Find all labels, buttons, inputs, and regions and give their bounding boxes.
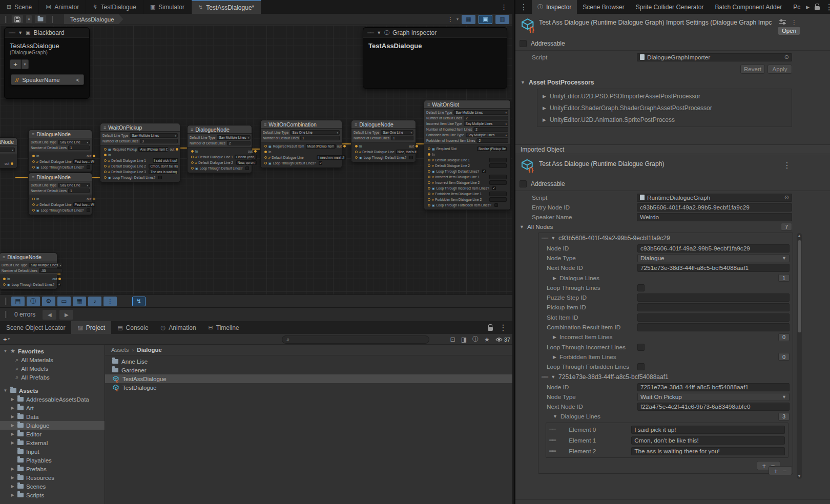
port[interactable] [32, 166, 35, 169]
project-search[interactable]: ⌕ [282, 335, 429, 344]
graph-canvas[interactable]: ══ ▼ ▣ Blackboard TestAssDialogue (Dialo… [0, 25, 512, 295]
dialogue-line-field[interactable] [489, 197, 507, 202]
tab-testdialogue[interactable]: ↯TestDialogue [86, 0, 143, 14]
node-entry-header[interactable]: ══ ▼ 7251e73e-38d3-44ff-a8c5-bcf54088aaf… [538, 372, 793, 382]
loop-forbidden-checkbox[interactable] [637, 363, 645, 370]
line-count-field[interactable]: 3 [140, 139, 178, 143]
blackboard-field-speakername[interactable]: // SpeakerName < [11, 74, 84, 85]
apply-button[interactable]: Apply [767, 65, 792, 74]
element-value-field[interactable]: Cmon, don't be like this! [631, 436, 785, 445]
favorites-star-icon[interactable]: ★ [484, 336, 490, 343]
line-count-field[interactable]: -55 [39, 268, 63, 273]
expand-icon[interactable]: < [76, 77, 79, 83]
tree-folder-editor[interactable]: ▶Editor [0, 430, 105, 438]
tree-assets-root[interactable]: ▼Assets [0, 386, 105, 395]
tab-simulator[interactable]: ▣Simulator [143, 0, 192, 14]
tab-batch-component-adder[interactable]: Batch Component Adder [709, 0, 787, 14]
graph-inspector-header[interactable]: ══ ▼ ⓘ Graph Inspector [363, 28, 507, 38]
layout-button[interactable]: ▦ [73, 297, 86, 306]
port[interactable] [428, 187, 430, 190]
tree-folder-external[interactable]: ▶External [0, 438, 105, 447]
foldout-caret-icon[interactable]: ▶ [10, 423, 15, 428]
tab-overflow[interactable]: Pc [787, 0, 806, 14]
all-nodes-foldout[interactable]: ▼ All Nodes 7 [515, 222, 830, 232]
dialogue-line-field[interactable]: Psst boy... W [73, 159, 96, 164]
foldout-caret-icon[interactable]: ▶ [10, 493, 15, 497]
tab-inspector[interactable]: ⓘInspector [532, 0, 577, 14]
out-port[interactable] [176, 148, 178, 151]
line-type-dropdown[interactable]: Say Multiple Lines [217, 135, 251, 140]
audio-button[interactable]: ♪ [88, 297, 101, 306]
kebab-menu-icon[interactable]: ⋮ [515, 0, 532, 14]
port[interactable] [104, 176, 107, 179]
foldout-caret-icon[interactable]: ▶ [10, 432, 15, 436]
script-object-field[interactable]: DialogueGraphImporter⊙ [637, 53, 792, 61]
dialogue-line-field[interactable]: Cmon, don't be like this! [149, 164, 178, 169]
in-port[interactable] [264, 151, 267, 153]
graph-inspector-toggle-button[interactable]: ▥ [495, 15, 509, 24]
port[interactable] [3, 283, 6, 286]
all-nodes-count-badge[interactable]: 7 [781, 223, 792, 230]
dialogue-line-field[interactable] [489, 180, 507, 185]
puzzle-step-id-field[interactable] [637, 293, 790, 302]
tree-folder-scenes[interactable]: ▶Scenes [0, 482, 105, 491]
port[interactable] [191, 161, 194, 164]
port[interactable] [264, 156, 267, 159]
port[interactable] [428, 181, 430, 184]
out-port[interactable] [254, 150, 257, 153]
settings-button[interactable]: ⚙ [42, 297, 55, 306]
dialogue-line-field[interactable]: Now, go on, [236, 160, 257, 165]
line-type-dropdown[interactable]: Say Multiple Lines [29, 263, 63, 267]
tree-folder-data[interactable]: ▶Data [0, 412, 105, 421]
tree-all-materials[interactable]: ⌕All Materials [0, 355, 105, 364]
port[interactable] [355, 156, 358, 159]
kebab-menu-icon[interactable]: ⋮ [783, 160, 791, 170]
tree-folder-prefabs[interactable]: ▶Prefabs [0, 465, 105, 473]
port[interactable] [191, 167, 194, 170]
open-button[interactable]: Open [778, 26, 800, 35]
node-id-field[interactable]: 7251e73e-38d3-44ff-a8c5-bcf54088aaf1 [637, 383, 790, 391]
line-count-field[interactable]: 1 [68, 188, 90, 193]
port[interactable] [428, 159, 430, 161]
tab-sprite-collider-generator[interactable]: Sprite Collider Generator [630, 0, 710, 14]
loop-incorrect-checkbox[interactable] [637, 344, 645, 351]
node-dialogue-3[interactable]: ≡DialogueNode Default Line TypeSay Multi… [187, 125, 252, 173]
in-port[interactable] [355, 145, 358, 148]
out-port[interactable] [93, 198, 95, 200]
element-value-field[interactable]: The ass is waiting there for you! [631, 447, 785, 455]
node-dialogue-2[interactable]: ≡DialogueNode Default Line TypeSay One L… [28, 173, 92, 215]
lock-icon[interactable] [488, 327, 493, 331]
graph-inspector-panel[interactable]: ══ ▼ ⓘ Graph Inspector TestAssDialogue [363, 27, 507, 89]
inspector-scrollbar[interactable]: ▲ ▼ [797, 233, 802, 479]
search-saved-icon[interactable]: ⊡ [450, 336, 455, 343]
tree-folder-addressableassetsdata[interactable]: ▶AddressableAssetsData [0, 395, 105, 404]
file-row-anne-lise[interactable]: Anne Lise [105, 357, 512, 366]
loop-checkbox[interactable]: ✓ [482, 170, 486, 173]
next-error-button[interactable]: ▶ [59, 310, 73, 320]
loop-checkbox[interactable] [494, 203, 498, 207]
dialogue-line-field[interactable]: I need my meat :) [317, 155, 346, 160]
foldout-caret-icon[interactable]: ▶ [10, 467, 15, 471]
port[interactable] [428, 204, 430, 206]
port[interactable] [104, 148, 107, 151]
node-wait-on-pickup[interactable]: ≡WaitOnPickup Default Line TypeSay Multi… [100, 123, 180, 182]
line-type-dropdown[interactable] [0, 148, 15, 152]
combination-result-id-field[interactable] [637, 323, 790, 331]
dialogue-line-field[interactable] [489, 158, 507, 162]
drag-grip[interactable] [5, 298, 7, 305]
in-port[interactable] [104, 154, 107, 156]
node-menu-icon[interactable]: ≡ [264, 122, 266, 127]
drag-handle-icon[interactable]: ══ [542, 236, 548, 241]
dialogue-line-field[interactable]: Nice, that's it [396, 150, 418, 154]
info-button[interactable]: ⓘ [27, 297, 40, 306]
loop-checkbox[interactable] [87, 165, 90, 169]
addressable-checkbox[interactable] [520, 40, 527, 47]
prev-error-button[interactable]: ◀ [43, 310, 56, 320]
node-dialogue-5[interactable]: ≡DialogueNode Default Line TypeSay Multi… [0, 253, 57, 289]
foldout-caret-icon[interactable]: ▶ [10, 440, 15, 445]
out-port[interactable] [58, 278, 61, 280]
speaker-name-field[interactable]: Weirdo [637, 213, 792, 221]
next-node-id-field[interactable]: f22a475e-4c2f-41c6-9b73-6a83498abfe0 [637, 403, 790, 411]
port[interactable] [428, 176, 430, 178]
port[interactable] [32, 203, 35, 206]
